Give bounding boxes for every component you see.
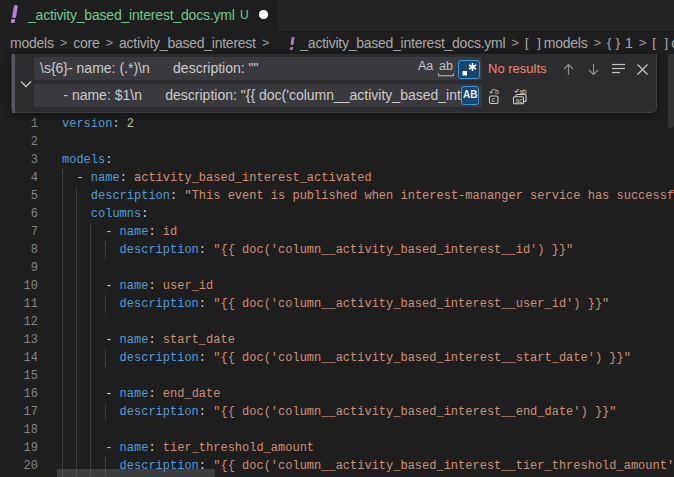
svg-text:ab: ab [520,88,528,95]
svg-text:ac: ac [516,97,524,104]
svg-text:c: c [492,96,496,103]
svg-text:b: b [495,88,499,95]
